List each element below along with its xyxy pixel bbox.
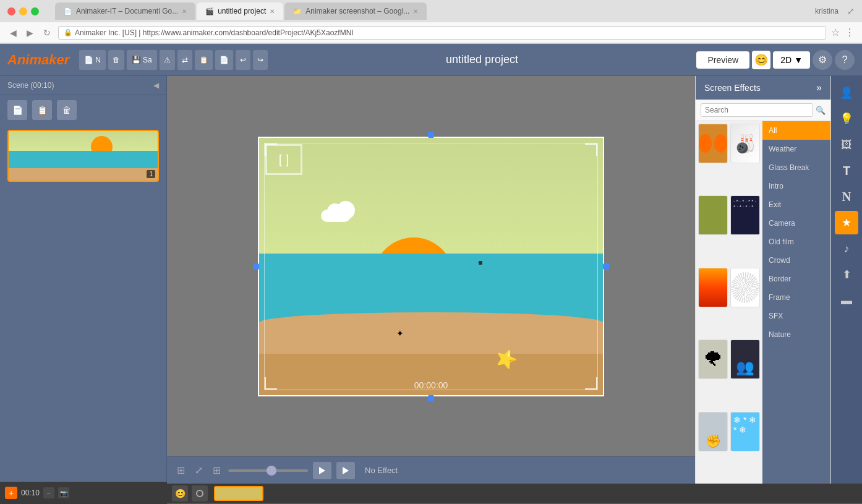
effects-icon-btn[interactable]: ★ bbox=[835, 211, 858, 234]
scene-preview-1[interactable]: 1 bbox=[7, 130, 159, 182]
tl-circle-icon[interactable] bbox=[192, 485, 208, 502]
resize-handle-right[interactable] bbox=[603, 263, 609, 270]
new-button[interactable]: 📄 N bbox=[79, 50, 106, 70]
search-icon[interactable]: 🔍 bbox=[816, 106, 826, 115]
back-button[interactable]: ◀ bbox=[7, 27, 19, 39]
caution-button[interactable]: ⚠ bbox=[160, 50, 175, 70]
play-button[interactable] bbox=[313, 462, 331, 479]
font-icon: N bbox=[842, 190, 851, 204]
tl-clip[interactable] bbox=[214, 486, 263, 501]
effect-thumb-6[interactable] bbox=[730, 268, 760, 307]
collapse-icon[interactable]: ◀ bbox=[153, 81, 159, 90]
template-icon-btn[interactable]: ▬ bbox=[835, 289, 858, 312]
settings-button[interactable]: ⚙ bbox=[813, 50, 832, 70]
effect-thumb-3[interactable] bbox=[698, 195, 728, 235]
effect-thumb-8[interactable]: 👥 bbox=[730, 340, 760, 379]
screenshot-button[interactable]: 📷 bbox=[58, 487, 69, 498]
effect-thumb-1[interactable] bbox=[698, 124, 728, 163]
tab-close-1[interactable]: ✕ bbox=[182, 8, 187, 15]
effect-thumb-10[interactable]: ❄ * ❄ * ❄ bbox=[730, 412, 760, 451]
fullscreen-button[interactable]: ⤢ bbox=[192, 462, 205, 479]
cat-all[interactable]: All bbox=[762, 121, 830, 140]
duplicate-scene-button[interactable]: 📋 bbox=[32, 100, 52, 120]
preview-button[interactable]: Preview bbox=[696, 51, 749, 69]
url-bar[interactable]: 🔒 Animaker Inc. [US] | https://www.anima… bbox=[58, 26, 826, 40]
search-box: 🔍 bbox=[696, 100, 830, 121]
scene-tools: 📄 📋 🗑 bbox=[0, 95, 166, 125]
swap-button[interactable]: ⇄ bbox=[177, 50, 192, 70]
canvas-controls: ⊞ ⤢ ⊞ No Effect bbox=[167, 456, 695, 484]
cat-camera[interactable]: Camera bbox=[762, 214, 830, 233]
minimize-button[interactable] bbox=[19, 7, 27, 15]
orange-2 bbox=[714, 134, 727, 153]
menu-icon[interactable]: ⋮ bbox=[845, 27, 855, 38]
cat-exit[interactable]: Exit bbox=[762, 195, 830, 214]
cat-nature[interactable]: Nature bbox=[762, 325, 830, 344]
effect-thumb-2[interactable]: 🎳 bbox=[730, 124, 760, 163]
mode-selector[interactable]: 2D ▼ bbox=[773, 51, 810, 69]
canvas[interactable]: ⭐ ✦ [ ] bbox=[258, 137, 604, 396]
cat-weather[interactable]: Weather bbox=[762, 140, 830, 158]
marker-dot bbox=[479, 261, 482, 265]
person-icon-btn[interactable]: 👤 bbox=[835, 81, 858, 105]
save-button[interactable]: 💾 Sa bbox=[127, 50, 157, 70]
cat-border[interactable]: Border bbox=[762, 270, 830, 288]
app-logo: Animaker bbox=[7, 52, 69, 68]
effect-thumb-7[interactable]: 🌪 bbox=[698, 340, 728, 379]
forward-button[interactable]: ▶ bbox=[24, 27, 36, 39]
redo-icon: ↪ bbox=[257, 56, 263, 64]
effect-thumb-9[interactable]: ✊ bbox=[698, 412, 728, 451]
effect-thumb-4[interactable]: · * · * · * * · * · * · * · * bbox=[730, 195, 760, 235]
grid-button[interactable]: ⊞ bbox=[210, 462, 223, 479]
search-input[interactable] bbox=[701, 103, 813, 117]
bookmark-icon[interactable]: ☆ bbox=[831, 27, 840, 38]
minus-scene-button[interactable]: − bbox=[43, 487, 54, 498]
browser-tab-2[interactable]: 🎬 untitled project ✕ bbox=[197, 2, 283, 20]
browser-tab-3[interactable]: 📁 Animaker screenshot – Googl... ✕ bbox=[284, 2, 427, 20]
bulb-icon-btn[interactable]: 💡 bbox=[835, 107, 858, 130]
text-icon-btn[interactable]: T bbox=[835, 159, 858, 182]
cat-intro[interactable]: Intro bbox=[762, 177, 830, 195]
play-alt-button[interactable] bbox=[336, 462, 355, 479]
fit-screen-button[interactable]: ⊞ bbox=[174, 462, 187, 479]
music-icon-btn[interactable]: ♪ bbox=[835, 237, 858, 260]
paste-button[interactable]: 📄 bbox=[215, 50, 233, 70]
maximize-button[interactable] bbox=[31, 7, 39, 15]
add-scene-button[interactable]: 📄 bbox=[7, 100, 27, 120]
tl-character-icon[interactable]: 😊 bbox=[172, 485, 188, 502]
copy-button[interactable]: 📋 bbox=[195, 50, 213, 70]
resize-handle-left[interactable] bbox=[253, 263, 259, 270]
resize-handle-bottom[interactable] bbox=[428, 395, 434, 401]
effect-thumb-5[interactable] bbox=[698, 268, 728, 307]
undo-icon: ↩ bbox=[240, 56, 246, 64]
undo-button[interactable]: ↩ bbox=[236, 50, 250, 70]
add-scene-bottom-button[interactable]: + bbox=[5, 487, 17, 499]
caution-icon: ⚠ bbox=[164, 56, 171, 64]
close-button[interactable] bbox=[7, 7, 15, 15]
volume-slider[interactable] bbox=[228, 469, 308, 472]
cat-sfx[interactable]: SFX bbox=[762, 307, 830, 325]
cat-crowd[interactable]: Crowd bbox=[762, 251, 830, 270]
redo-button[interactable]: ↪ bbox=[253, 50, 268, 70]
resize-handle-top[interactable] bbox=[428, 132, 434, 138]
font-icon-btn[interactable]: N bbox=[835, 185, 858, 208]
help-button[interactable]: ? bbox=[835, 50, 855, 70]
cat-glass-break[interactable]: Glass Break bbox=[762, 158, 830, 177]
image-icon-btn[interactable]: 🖼 bbox=[835, 133, 858, 156]
tab-close-3[interactable]: ✕ bbox=[413, 8, 418, 15]
expand-icon[interactable]: » bbox=[816, 82, 822, 93]
tab-close-2[interactable]: ✕ bbox=[270, 8, 275, 15]
cat-old-film[interactable]: Old film bbox=[762, 233, 830, 251]
maximize-icon[interactable]: ⤢ bbox=[847, 6, 855, 16]
browser-tab-1[interactable]: 📄 Animaker-IT – Documenti Go... ✕ bbox=[55, 2, 195, 20]
cat-frame[interactable]: Frame bbox=[762, 288, 830, 307]
delete-scene-button[interactable]: 🗑 bbox=[57, 100, 77, 120]
category-list: All Weather Glass Break Intro Exit Camer… bbox=[762, 121, 830, 484]
browser-user: kristina bbox=[815, 7, 839, 15]
effects-header: Screen Effects » bbox=[696, 76, 830, 100]
refresh-button[interactable]: ↻ bbox=[41, 27, 53, 39]
scene-number: 1 bbox=[147, 170, 155, 178]
delete-button[interactable]: 🗑 bbox=[108, 50, 124, 70]
stars-dots: · * · * · * * · * · * · * · * bbox=[733, 199, 757, 232]
upload-icon-btn[interactable]: ⬆ bbox=[835, 263, 858, 286]
